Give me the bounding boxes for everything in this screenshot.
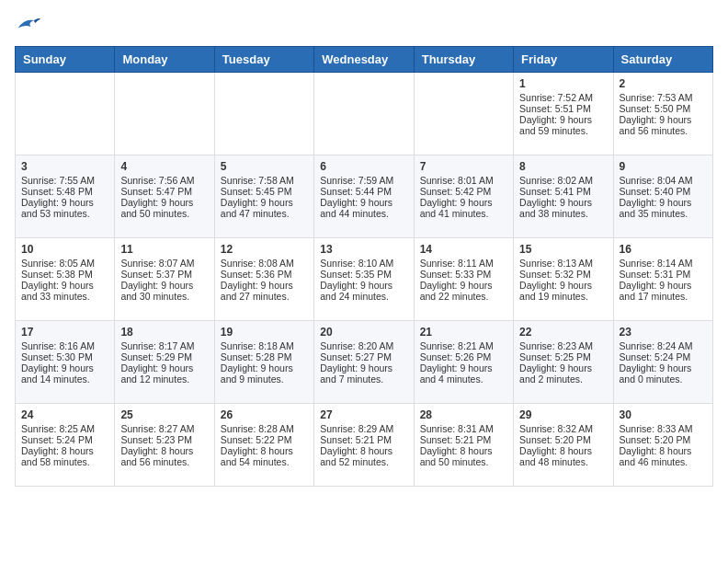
- weekday-header-saturday: Saturday: [613, 47, 712, 73]
- day-number: 22: [519, 326, 607, 339]
- day-cell-2: 2Sunrise: 7:53 AMSunset: 5:50 PMDaylight…: [613, 73, 712, 155]
- day-info: Daylight: 9 hours and 33 minutes.: [21, 280, 108, 302]
- day-info: Sunrise: 8:28 AM: [221, 423, 308, 434]
- day-info: Daylight: 8 hours and 48 minutes.: [519, 445, 607, 467]
- day-number: 4: [120, 160, 208, 173]
- day-info: Sunset: 5:31 PM: [620, 269, 707, 280]
- day-cell-25: 25Sunrise: 8:27 AMSunset: 5:23 PMDayligh…: [115, 404, 214, 487]
- day-info: Sunrise: 7:52 AM: [519, 92, 607, 103]
- day-number: 1: [519, 77, 607, 90]
- header: [15, 15, 713, 39]
- day-number: 3: [21, 160, 108, 173]
- day-info: Sunset: 5:38 PM: [21, 269, 108, 280]
- day-info: Sunset: 5:22 PM: [221, 434, 308, 445]
- day-number: 6: [320, 160, 407, 173]
- day-info: Sunrise: 8:29 AM: [320, 423, 407, 434]
- day-info: Sunrise: 8:24 AM: [620, 340, 707, 351]
- day-info: Sunrise: 8:31 AM: [420, 423, 507, 434]
- empty-cell: [16, 73, 115, 155]
- day-cell-8: 8Sunrise: 8:02 AMSunset: 5:41 PMDaylight…: [514, 155, 613, 238]
- day-number: 21: [420, 326, 507, 339]
- day-number: 30: [620, 408, 707, 421]
- day-info: Daylight: 9 hours and 22 minutes.: [420, 280, 507, 302]
- day-info: Sunrise: 8:32 AM: [519, 423, 607, 434]
- day-info: Sunrise: 8:23 AM: [519, 340, 607, 351]
- day-number: 12: [221, 243, 308, 256]
- day-info: Daylight: 9 hours and 56 minutes.: [620, 114, 707, 136]
- day-info: Sunset: 5:25 PM: [519, 351, 607, 362]
- logo: [15, 15, 44, 39]
- day-info: Sunset: 5:40 PM: [620, 186, 707, 197]
- day-number: 15: [519, 243, 607, 256]
- day-cell-23: 23Sunrise: 8:24 AMSunset: 5:24 PMDayligh…: [613, 321, 712, 404]
- day-info: Sunset: 5:24 PM: [620, 351, 707, 362]
- day-info: Sunset: 5:33 PM: [420, 269, 507, 280]
- day-info: Sunrise: 7:53 AM: [620, 92, 707, 103]
- day-info: Daylight: 8 hours and 58 minutes.: [21, 445, 108, 467]
- day-info: Sunset: 5:30 PM: [21, 351, 108, 362]
- day-info: Sunset: 5:41 PM: [519, 186, 607, 197]
- day-number: 27: [320, 408, 407, 421]
- empty-cell: [214, 73, 313, 155]
- day-info: Sunrise: 8:11 AM: [420, 258, 507, 269]
- day-info: Sunset: 5:23 PM: [120, 434, 208, 445]
- day-number: 19: [221, 326, 308, 339]
- day-info: Daylight: 9 hours and 9 minutes.: [221, 362, 308, 385]
- day-info: Sunrise: 8:05 AM: [21, 258, 108, 269]
- day-info: Sunrise: 8:18 AM: [221, 340, 308, 351]
- day-info: Sunset: 5:51 PM: [519, 103, 607, 114]
- day-info: Sunset: 5:44 PM: [320, 186, 407, 197]
- day-cell-27: 27Sunrise: 8:29 AMSunset: 5:21 PMDayligh…: [314, 404, 414, 487]
- day-number: 11: [120, 243, 208, 256]
- day-cell-22: 22Sunrise: 8:23 AMSunset: 5:25 PMDayligh…: [514, 321, 613, 404]
- week-row-2: 3Sunrise: 7:55 AMSunset: 5:48 PMDaylight…: [16, 155, 713, 238]
- calendar: SundayMondayTuesdayWednesdayThursdayFrid…: [15, 46, 713, 487]
- day-info: Sunset: 5:36 PM: [221, 269, 308, 280]
- day-info: Daylight: 9 hours and 14 minutes.: [21, 362, 108, 385]
- day-info: Sunrise: 8:16 AM: [21, 340, 108, 351]
- empty-cell: [414, 73, 513, 155]
- weekday-header-row: SundayMondayTuesdayWednesdayThursdayFrid…: [16, 47, 713, 73]
- day-number: 14: [420, 243, 507, 256]
- day-info: Sunrise: 8:17 AM: [120, 340, 208, 351]
- day-number: 24: [21, 408, 108, 421]
- day-info: Daylight: 9 hours and 12 minutes.: [120, 362, 208, 385]
- day-info: Sunset: 5:20 PM: [519, 434, 607, 445]
- day-info: Sunrise: 8:02 AM: [519, 175, 607, 186]
- weekday-header-thursday: Thursday: [414, 47, 513, 73]
- day-cell-15: 15Sunrise: 8:13 AMSunset: 5:32 PMDayligh…: [514, 238, 613, 321]
- day-info: Daylight: 9 hours and 30 minutes.: [120, 280, 208, 302]
- day-cell-14: 14Sunrise: 8:11 AMSunset: 5:33 PMDayligh…: [414, 238, 513, 321]
- day-info: Daylight: 9 hours and 7 minutes.: [320, 362, 407, 385]
- day-cell-18: 18Sunrise: 8:17 AMSunset: 5:29 PMDayligh…: [115, 321, 214, 404]
- day-info: Sunset: 5:29 PM: [120, 351, 208, 362]
- day-cell-12: 12Sunrise: 8:08 AMSunset: 5:36 PMDayligh…: [214, 238, 313, 321]
- day-number: 18: [120, 326, 208, 339]
- day-info: Daylight: 9 hours and 35 minutes.: [620, 197, 707, 219]
- day-number: 28: [420, 408, 507, 421]
- day-number: 26: [221, 408, 308, 421]
- week-row-1: 1Sunrise: 7:52 AMSunset: 5:51 PMDaylight…: [16, 73, 713, 155]
- day-info: Daylight: 9 hours and 17 minutes.: [620, 280, 707, 302]
- day-info: Daylight: 9 hours and 41 minutes.: [420, 197, 507, 219]
- day-info: Daylight: 8 hours and 50 minutes.: [420, 445, 507, 467]
- day-number: 5: [221, 160, 308, 173]
- day-info: Daylight: 9 hours and 53 minutes.: [21, 197, 108, 219]
- day-cell-7: 7Sunrise: 8:01 AMSunset: 5:42 PMDaylight…: [414, 155, 513, 238]
- empty-cell: [314, 73, 414, 155]
- day-cell-5: 5Sunrise: 7:58 AMSunset: 5:45 PMDaylight…: [214, 155, 313, 238]
- day-info: Daylight: 8 hours and 46 minutes.: [620, 445, 707, 467]
- day-cell-3: 3Sunrise: 7:55 AMSunset: 5:48 PMDaylight…: [16, 155, 115, 238]
- day-number: 16: [620, 243, 707, 256]
- day-number: 23: [620, 326, 707, 339]
- day-info: Sunset: 5:32 PM: [519, 269, 607, 280]
- day-info: Sunrise: 8:08 AM: [221, 258, 308, 269]
- day-cell-11: 11Sunrise: 8:07 AMSunset: 5:37 PMDayligh…: [115, 238, 214, 321]
- week-row-3: 10Sunrise: 8:05 AMSunset: 5:38 PMDayligh…: [16, 238, 713, 321]
- day-info: Sunrise: 8:33 AM: [620, 423, 707, 434]
- day-info: Daylight: 9 hours and 4 minutes.: [420, 362, 507, 385]
- day-info: Daylight: 9 hours and 2 minutes.: [519, 362, 607, 385]
- day-info: Sunrise: 8:01 AM: [420, 175, 507, 186]
- day-info: Sunset: 5:21 PM: [320, 434, 407, 445]
- empty-cell: [115, 73, 214, 155]
